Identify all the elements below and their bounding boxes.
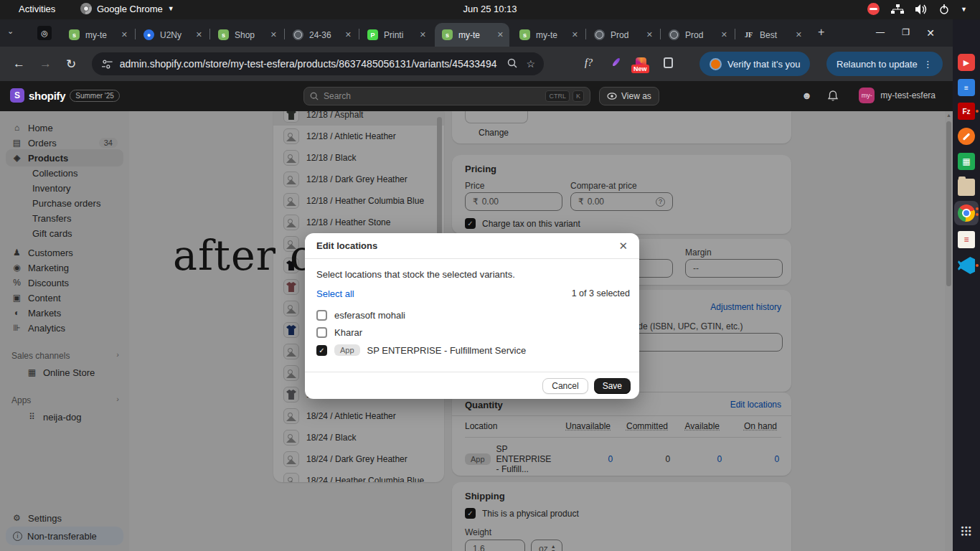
dock-vscode-icon[interactable] [958, 257, 975, 274]
dock-filezilla-icon[interactable]: Fz [958, 103, 975, 120]
extension-feather-icon[interactable] [611, 60, 621, 64]
restore-button[interactable]: ❐ [902, 27, 910, 37]
tab-0[interactable]: smy-te✕ [62, 23, 133, 47]
dock-text-editor-icon[interactable]: ≡ [958, 79, 975, 96]
tab-search-icon[interactable]: ⌄ [7, 27, 14, 36]
search-placeholder: Search [324, 91, 351, 101]
view-as-button[interactable]: View as [599, 87, 659, 105]
tab-close-icon[interactable]: ✕ [572, 30, 578, 39]
system-bar: Activities Google Chrome ▼ Jun 25 10:13 … [0, 0, 980, 19]
location-option-row[interactable]: Kharar [316, 327, 362, 338]
tab-4[interactable]: PPrinti✕ [360, 23, 432, 47]
globe-favicon [293, 29, 303, 40]
location-checkbox-checked[interactable]: ✓ [316, 345, 327, 356]
tab-close-icon[interactable]: ✕ [796, 30, 802, 39]
shopify-bag-icon: S [10, 88, 24, 103]
kebab-menu-icon[interactable]: ⋮ [923, 59, 933, 70]
tray-caret-icon[interactable]: ▼ [961, 6, 967, 13]
shopify-logo[interactable]: S shopify Summer '25 [10, 88, 120, 103]
tab-close-icon[interactable]: ✕ [196, 30, 202, 39]
close-button[interactable]: ✕ [926, 27, 935, 39]
tab-6[interactable]: smy-te✕ [512, 23, 584, 47]
select-all-link[interactable]: Select all [316, 288, 354, 299]
location-option-row[interactable]: ✓ App SP ENTERPRISE - Fulfillment Servic… [316, 344, 526, 356]
edition-badge: Summer '25 [70, 90, 120, 102]
tab-close-icon[interactable]: ✕ [646, 30, 653, 39]
show-applications-icon[interactable]: ●●●●●●●●● [958, 522, 975, 539]
tab-active[interactable]: smy-te✕ [435, 23, 509, 47]
app-badge: App [334, 344, 360, 356]
forward-icon[interactable]: → [39, 57, 52, 71]
location-checkbox[interactable] [316, 327, 327, 338]
bell-icon[interactable] [828, 90, 838, 101]
site-settings-icon[interactable] [102, 60, 113, 69]
dock-files-icon[interactable] [958, 179, 975, 196]
globe-favicon [594, 29, 605, 40]
url-text: admin.shopify.com/store/my-test-esfera/p… [120, 58, 498, 70]
shopify-favicon: s [218, 29, 229, 40]
tab-8[interactable]: Prod✕ [661, 23, 733, 47]
tab-3[interactable]: 24-36✕ [286, 23, 357, 47]
bookmark-star-icon[interactable]: ☆ [526, 58, 535, 70]
shopify-favicon: s [442, 29, 453, 40]
relaunch-button[interactable]: Relaunch to update ⋮ [826, 52, 943, 76]
tab-9[interactable]: JFBest✕ [736, 23, 808, 47]
browser-window: ⌄ ◎ smy-te✕ ●U2Ny✕ sShop✕ 24-36✕ PPrinti… [0, 19, 953, 551]
dock-news-icon[interactable] [958, 231, 975, 248]
browser-toolbar: ← → ↻ admin.shopify.com/store/my-test-es… [0, 47, 953, 81]
shopify-favicon: s [519, 29, 530, 40]
chrome-running-dot2 [976, 213, 979, 216]
dock-chrome-icon[interactable] [958, 204, 975, 222]
back-icon[interactable]: ← [13, 57, 25, 71]
do-not-disturb-icon[interactable] [867, 3, 880, 15]
store-name: my-test-esfera [880, 90, 936, 100]
reload-icon[interactable]: ↻ [66, 57, 76, 72]
volume-icon[interactable] [915, 4, 928, 14]
vscode-running-dot [976, 264, 979, 267]
modal-title: Edit locations [316, 240, 377, 251]
clock[interactable]: Jun 25 10:13 [0, 4, 980, 14]
jf-favicon: JF [743, 29, 754, 40]
extension-fx-icon[interactable]: f? [585, 57, 593, 69]
admin-search-input[interactable]: Search CTRL K [303, 87, 590, 105]
filezilla-running-dot [976, 110, 979, 113]
k-key-badge: K [573, 90, 584, 102]
shopify-topbar: S shopify Summer '25 Search CTRL K View … [0, 81, 953, 111]
tab-close-icon[interactable]: ✕ [121, 30, 128, 39]
extensions-icon[interactable] [664, 57, 673, 68]
tab-close-icon[interactable]: ✕ [497, 30, 504, 39]
power-icon[interactable] [939, 4, 949, 14]
edit-locations-modal: Edit locations ✕ Select locations that s… [305, 233, 639, 399]
dock: ▶ ≡ Fz ▦ ●●●●●●●●● [953, 19, 980, 551]
extension-gradient-icon[interactable]: New [636, 57, 646, 68]
ctrl-key-badge: CTRL [545, 90, 570, 102]
address-bar[interactable]: admin.shopify.com/store/my-test-esfera/p… [92, 52, 544, 75]
save-button[interactable]: Save [594, 378, 631, 394]
search-in-page-icon[interactable] [507, 58, 517, 70]
tab-close-icon[interactable]: ✕ [345, 30, 352, 39]
verify-button[interactable]: Verify that it's you [699, 52, 810, 76]
dock-draw-icon[interactable] [958, 128, 975, 145]
minimize-button[interactable]: — [876, 27, 885, 37]
location-option-row[interactable]: esferasoft mohali [316, 310, 405, 321]
location-checkbox[interactable] [316, 310, 327, 321]
printify-favicon: P [367, 29, 378, 40]
new-tab-button[interactable]: + [818, 26, 824, 39]
tab-strip: ⌄ ◎ smy-te✕ ●U2Ny✕ sShop✕ 24-36✕ PPrinti… [0, 19, 953, 47]
inbox-icon[interactable]: ☻ [801, 90, 812, 101]
modal-close-icon[interactable]: ✕ [618, 240, 628, 253]
dock-app-red-icon[interactable]: ▶ [958, 54, 975, 71]
tab-1[interactable]: ●U2Ny✕ [136, 23, 208, 47]
tab-close-icon[interactable]: ✕ [420, 30, 426, 39]
store-menu[interactable]: my- my-test-esfera [859, 88, 936, 103]
dock-spreadsheet-icon[interactable]: ▦ [958, 153, 975, 170]
tab-close-icon[interactable]: ✕ [270, 30, 277, 39]
tab-close-icon[interactable]: ✕ [721, 30, 727, 39]
network-icon[interactable] [891, 4, 904, 14]
tab-2[interactable]: sShop✕ [211, 23, 283, 47]
profile-alert-icon [710, 58, 722, 70]
pinned-tab[interactable]: ◎ [37, 26, 52, 40]
tab-7[interactable]: Prod✕ [587, 23, 659, 47]
modal-description: Select locations that stock the selected… [316, 269, 515, 280]
cancel-button[interactable]: Cancel [542, 378, 588, 394]
